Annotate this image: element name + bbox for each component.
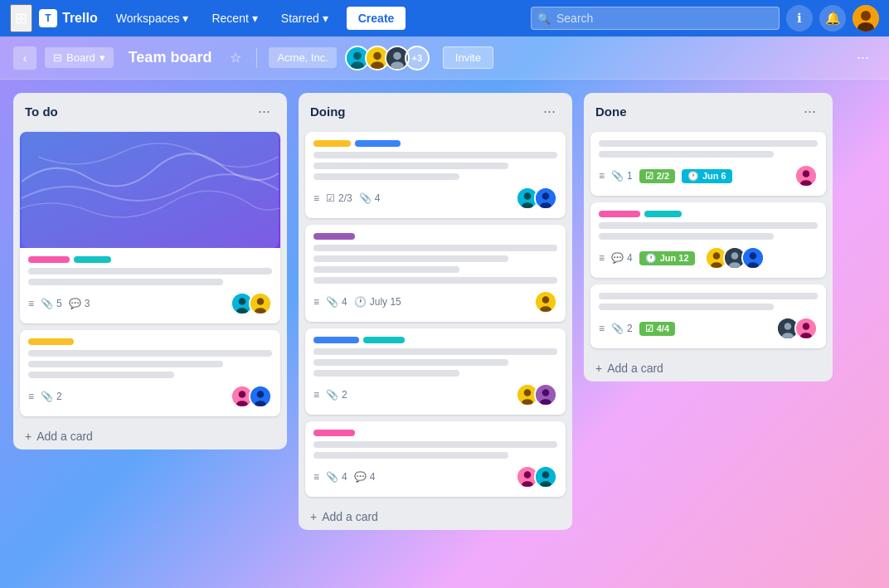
board-type-button[interactable]: ⊟ Board ▾: [45, 47, 114, 68]
info-icon[interactable]: ℹ: [786, 5, 813, 32]
svg-point-26: [524, 192, 532, 200]
card-doing-2[interactable]: ≡ 📎 4 🕐 July 15: [305, 225, 566, 322]
board-title: Team board: [122, 46, 219, 70]
trello-logo-box: T: [39, 9, 57, 27]
card-text: [313, 359, 508, 366]
card-text: [599, 293, 818, 299]
card-footer: ≡ 📎 2: [28, 385, 272, 408]
card-meta-checklist: ☑ 2/3: [326, 192, 352, 204]
card-meta-attach: 📎 4: [326, 471, 347, 483]
add-card-done[interactable]: + Add a card: [584, 355, 833, 381]
svg-rect-12: [22, 132, 279, 248]
card-meta-lines: ≡: [599, 170, 605, 182]
card-text: [313, 173, 459, 180]
card-avatars: [231, 385, 272, 408]
tag: [28, 338, 74, 345]
card-meta-date: 🕐 July 15: [354, 296, 401, 308]
comment-icon: 💬: [611, 252, 624, 264]
members-extra-badge[interactable]: +3: [405, 46, 430, 70]
card-todo-2[interactable]: ≡ 📎 2: [20, 330, 280, 416]
card-member-avatar[interactable]: [249, 385, 272, 408]
board-more-menu[interactable]: ···: [850, 46, 876, 70]
card-text: [599, 140, 818, 147]
card-member-avatar[interactable]: [534, 465, 557, 488]
svg-point-27: [522, 202, 533, 210]
starred-menu[interactable]: Starred ▾: [273, 7, 337, 30]
card-meta-attach: 📎 1: [611, 170, 633, 182]
card-meta-attach: 📎 2: [326, 389, 347, 401]
add-card-todo[interactable]: + Add a card: [13, 423, 287, 450]
svg-point-39: [540, 399, 551, 406]
svg-point-44: [542, 471, 550, 479]
tag: [313, 140, 351, 147]
column-done: Done ··· ≡ 📎 1 ☑ 2/2 🕐 Jun 6: [584, 93, 833, 381]
card-member-avatar[interactable]: [794, 164, 818, 187]
card-doing-1[interactable]: ≡ ☑ 2/3 📎 4: [305, 132, 566, 218]
svg-point-18: [255, 308, 266, 315]
plus-icon: +: [595, 362, 602, 375]
card-doing-4[interactable]: ≡ 📎 4 💬 4: [305, 421, 566, 497]
paperclip-icon: 📎: [359, 192, 372, 204]
star-board-button[interactable]: ☆: [226, 46, 245, 69]
card-tags: [28, 256, 272, 263]
card-member-avatar[interactable]: [794, 317, 818, 340]
card-text: [28, 361, 223, 367]
card-member-avatar[interactable]: [741, 246, 765, 270]
card-doing-3[interactable]: ≡ 📎 2: [305, 328, 566, 415]
card-done-1[interactable]: ≡ 📎 1 ☑ 2/2 🕐 Jun 6: [590, 132, 826, 196]
user-avatar[interactable]: [853, 5, 879, 32]
svg-point-14: [239, 298, 246, 305]
card-cover: [20, 132, 280, 248]
search-input[interactable]: [531, 7, 780, 30]
workspaces-menu[interactable]: Workspaces ▾: [108, 7, 197, 30]
notifications-icon[interactable]: 🔔: [819, 5, 846, 32]
paperclip-icon: 📎: [326, 389, 338, 401]
invite-button[interactable]: Invite: [443, 46, 493, 69]
card-text: [599, 222, 818, 229]
card-text: [313, 266, 459, 273]
card-tags: [313, 140, 557, 147]
svg-point-62: [803, 323, 810, 330]
card-done-3[interactable]: ≡ 📎 2 ☑ 4/4: [590, 284, 826, 348]
card-text: [313, 370, 459, 377]
column-menu-done[interactable]: ···: [799, 101, 821, 122]
svg-point-56: [749, 252, 756, 260]
card-text: [313, 348, 557, 355]
tag: [74, 256, 111, 263]
sidebar-toggle[interactable]: ‹: [13, 46, 36, 70]
grid-icon[interactable]: ⊞: [10, 4, 32, 32]
card-text: [313, 277, 557, 284]
card-todo-1[interactable]: ≡ 📎 5 💬 3: [20, 132, 280, 323]
card-member-avatar[interactable]: [534, 383, 557, 406]
card-member-avatar[interactable]: [534, 290, 557, 313]
svg-point-23: [257, 391, 265, 398]
card-member-avatar[interactable]: [249, 292, 272, 315]
card-meta-lines: ≡: [313, 296, 319, 308]
clock-icon: 🕐: [645, 253, 657, 264]
svg-point-20: [239, 391, 246, 398]
todo-cards-list: ≡ 📎 5 💬 3: [13, 129, 287, 420]
tag: [313, 233, 355, 240]
card-meta-attach: 📎 2: [611, 323, 633, 334]
svg-point-54: [729, 262, 741, 270]
svg-point-10: [393, 51, 401, 60]
svg-point-33: [540, 306, 551, 313]
svg-point-5: [351, 61, 364, 70]
workspace-button[interactable]: Acme, Inc.: [269, 47, 336, 68]
card-done-2[interactable]: ≡ 💬 4 🕐 Jun 12: [590, 202, 826, 278]
column-menu-todo[interactable]: ···: [253, 101, 275, 122]
add-card-doing[interactable]: + Add a card: [299, 503, 572, 530]
recent-menu[interactable]: Recent ▾: [203, 7, 265, 30]
create-button[interactable]: Create: [347, 7, 406, 30]
column-menu-doing[interactable]: ···: [538, 101, 561, 122]
card-meta-comments: 💬 4: [611, 252, 633, 264]
card-avatars: [705, 246, 765, 270]
svg-point-11: [391, 61, 404, 70]
check-icon: ☑: [645, 171, 653, 182]
lines-icon: ≡: [28, 298, 34, 309]
card-member-avatar[interactable]: [534, 187, 557, 210]
board-header: ‹ ⊟ Board ▾ Team board ☆ Acme, Inc. +3 I…: [0, 36, 889, 80]
checklist-badge: ☑ 2/2: [639, 169, 675, 183]
column-header-todo: To do ···: [13, 93, 287, 129]
card-meta-lines: ≡: [28, 391, 34, 402]
